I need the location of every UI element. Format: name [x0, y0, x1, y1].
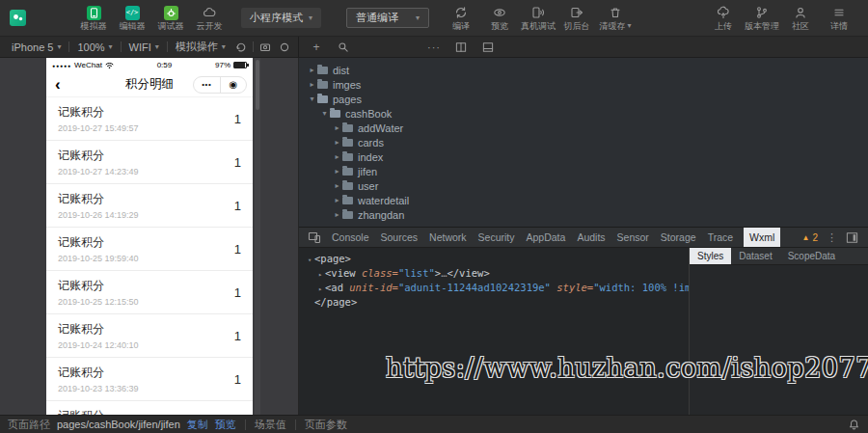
- page-path-value: pages/cashBook/jifen/jifen: [57, 419, 180, 430]
- rotate-device-icon[interactable]: [231, 37, 251, 57]
- list-item-title: 记账积分: [58, 321, 139, 338]
- clear-cache-button[interactable]: 清缓存▾: [596, 0, 635, 37]
- close-miniprogram-button[interactable]: ◉: [221, 77, 247, 93]
- tree-item-zhangdan[interactable]: ▸zhangdan: [299, 207, 868, 222]
- editor-toggle-button[interactable]: </> 编辑器: [113, 0, 151, 37]
- warning-count: 2: [812, 232, 818, 243]
- tree-item-cards[interactable]: ▸cards: [299, 135, 868, 149]
- device-select[interactable]: iPhone 5 ▾: [6, 37, 67, 57]
- list-item-title: 记账积分: [58, 408, 139, 415]
- notification-bell-icon[interactable]: [848, 419, 860, 431]
- simulator-toggle-button[interactable]: 模拟器: [74, 0, 113, 37]
- list-item-text: 记账积分2019-10-27 14:23:49: [58, 148, 139, 176]
- scrollbar-thumb[interactable]: [256, 60, 259, 110]
- add-file-button[interactable]: +: [307, 37, 326, 57]
- git-branch-icon: [755, 6, 769, 20]
- tree-item-user[interactable]: ▸user: [299, 178, 868, 193]
- split-editor-icon[interactable]: [451, 37, 471, 57]
- details-button[interactable]: 详情: [820, 0, 858, 37]
- list-item-value: 1: [234, 199, 241, 213]
- subtab-scopedata[interactable]: ScopeData: [780, 248, 843, 264]
- tab-storage[interactable]: Storage: [655, 228, 702, 247]
- screenshot-icon[interactable]: [256, 37, 275, 57]
- cloud-dev-button[interactable]: 云开发: [190, 0, 229, 37]
- tree-item-cashBook[interactable]: ▾cashBook: [299, 106, 868, 121]
- subtab-dataset[interactable]: Dataset: [731, 248, 779, 264]
- code-token: "list": [398, 267, 435, 279]
- tab-sources[interactable]: Sources: [375, 228, 424, 247]
- dock-bottom-icon[interactable]: [478, 37, 498, 57]
- list-item[interactable]: 记账积分2019-10-23 13:36:391: [46, 358, 253, 401]
- tree-expanded-arrow-icon: ▾: [307, 95, 317, 103]
- compile-button[interactable]: 编译: [442, 0, 480, 37]
- preview-path-link[interactable]: 预览: [215, 418, 236, 432]
- wxml-line[interactable]: ▸<ad unit-id="adunit-11244ad10242319e" s…: [299, 282, 689, 296]
- tree-item-jifen[interactable]: ▸jifen: [299, 164, 868, 178]
- mode-dropdown[interactable]: 小程序模式 ▾: [241, 8, 321, 28]
- tab-sensor[interactable]: Sensor: [611, 228, 655, 247]
- version-control-label: 版本管理: [745, 22, 779, 31]
- tree-item-index[interactable]: ▸index: [299, 149, 868, 164]
- list-item[interactable]: 记账积分2019-10-27 15:49:571: [46, 97, 253, 141]
- page-params-label[interactable]: 页面参数: [305, 418, 347, 432]
- tab-appdata[interactable]: AppData: [521, 228, 572, 247]
- kebab-menu-icon[interactable]: ⋮: [827, 231, 837, 244]
- compile-mode-dropdown[interactable]: 普通编译 ▾: [346, 8, 429, 28]
- tree-item-dist[interactable]: ▸dist: [299, 63, 868, 77]
- upload-button[interactable]: 上传: [704, 0, 743, 37]
- tab-console[interactable]: Console: [326, 228, 375, 247]
- preview-button[interactable]: 预览: [480, 0, 519, 37]
- debugger-toggle-button[interactable]: 调试器: [151, 0, 190, 37]
- list-item[interactable]: 记账积分2019-10-27 14:23:491: [46, 141, 253, 184]
- network-select[interactable]: WIFI ▾: [123, 37, 165, 57]
- dock-side-icon[interactable]: [846, 231, 858, 244]
- list-item[interactable]: 记账积分2019-10-26 14:19:291: [46, 184, 253, 228]
- mode-dropdown-value: 小程序模式: [250, 11, 303, 25]
- warning-badge[interactable]: ▲ 2: [802, 232, 818, 243]
- debugger-panel: ConsoleSourcesNetworkSecurityAppDataAudi…: [299, 227, 868, 415]
- main-area: ●●●●● WeChat 0:59 97% ‹ 积分明细 ••• ◉: [0, 58, 868, 415]
- sim-action-select[interactable]: 模拟操作 ▾: [170, 37, 231, 57]
- scene-value-label[interactable]: 场景值: [255, 418, 286, 432]
- tab-network[interactable]: Network: [423, 228, 473, 247]
- chevron-down-icon: ▾: [109, 42, 113, 51]
- search-icon[interactable]: [334, 37, 353, 57]
- tree-item-pages[interactable]: ▾pages: [299, 92, 868, 106]
- tree-item-label: user: [358, 180, 378, 192]
- real-device-debug-button[interactable]: 真机调试: [519, 0, 557, 37]
- version-control-button[interactable]: 版本管理: [743, 0, 781, 37]
- simulator-scrollbar[interactable]: [255, 58, 260, 415]
- list-item[interactable]: 记账积分2019-10-24 12:40:101: [46, 314, 253, 358]
- more-menu-button[interactable]: •••: [194, 77, 221, 93]
- simulator-icon: [87, 6, 101, 20]
- divider: [167, 41, 168, 52]
- code-token: </view>: [447, 267, 489, 279]
- tab-audits[interactable]: Audits: [571, 228, 610, 247]
- phone-nav-bar: ‹ 积分明细 ••• ◉: [46, 72, 253, 97]
- list-item[interactable]: 记账积分2019-10-22 12:22:261: [46, 401, 253, 415]
- zoom-select[interactable]: 100% ▾: [71, 37, 118, 57]
- copy-path-link[interactable]: 复制: [187, 418, 208, 432]
- back-button[interactable]: ‹: [55, 76, 61, 93]
- wxml-line[interactable]: </page>: [299, 296, 689, 309]
- record-icon[interactable]: [275, 37, 294, 57]
- toggle-device-toolbar-icon[interactable]: [303, 230, 326, 244]
- wxml-line[interactable]: ▾<page>: [299, 253, 689, 267]
- list-item[interactable]: 记账积分2019-10-25 12:15:501: [46, 271, 253, 314]
- list-item[interactable]: 记账积分2019-10-25 19:59:401: [46, 228, 253, 271]
- wxml-line[interactable]: ▸<view class="list">…</view>: [299, 267, 689, 282]
- tab-wxml[interactable]: Wxml: [744, 228, 780, 247]
- upload-cloud-icon: [717, 6, 730, 20]
- tree-item-addWater[interactable]: ▸addWater: [299, 121, 868, 135]
- tree-item-waterdetail[interactable]: ▸waterdetail: [299, 193, 868, 207]
- tree-item-imges[interactable]: ▸imges: [299, 77, 868, 92]
- switch-background-button[interactable]: 切后台: [557, 0, 596, 37]
- community-button[interactable]: 社区: [781, 0, 820, 37]
- tab-security[interactable]: Security: [473, 228, 521, 247]
- subtab-styles[interactable]: Styles: [690, 248, 731, 264]
- tab-trace[interactable]: Trace: [702, 228, 739, 247]
- list-item-value: 1: [234, 155, 241, 170]
- more-options-icon[interactable]: ···: [424, 37, 444, 57]
- divider: [295, 419, 296, 430]
- list-item-text: 记账积分2019-10-26 14:19:29: [58, 191, 139, 220]
